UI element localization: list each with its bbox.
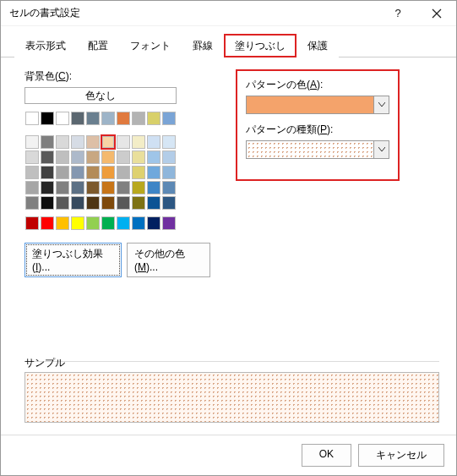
color-swatch[interactable] [55,165,70,180]
dialog-format-cells: セルの書式設定 ? 表示形式 配置 フォント 罫線 塗りつぶし 保護 背景色(C… [0,0,457,476]
color-swatch[interactable] [70,134,85,150]
color-swatch[interactable] [161,165,177,180]
color-swatch[interactable] [55,150,70,165]
sample-label: サンプル [24,356,439,370]
dialog-footer: OK キャンセル [1,435,456,475]
chevron-down-icon[interactable] [374,140,389,159]
color-swatch[interactable] [161,216,177,231]
color-swatch[interactable] [40,150,55,165]
color-swatch[interactable] [131,150,146,165]
pattern-style-dropdown[interactable] [246,140,389,159]
color-swatch[interactable] [116,216,131,231]
color-swatch[interactable] [131,180,146,195]
color-swatch[interactable] [40,180,55,195]
color-swatch[interactable] [24,111,40,126]
color-swatch[interactable] [24,134,40,150]
palette-theme [24,111,177,126]
color-swatch[interactable] [116,111,131,126]
sample-area: サンプル [24,356,439,423]
color-swatch[interactable] [161,150,177,165]
left-column: 背景色(C): 色なし 塗りつぶし効果(I)... その他の色(M)... [24,69,210,277]
color-swatch[interactable] [146,150,161,165]
pattern-section: パターンの色(A): パターンの種類(P): [236,69,400,181]
close-button[interactable] [417,1,456,26]
color-swatch[interactable] [161,195,177,211]
color-swatch[interactable] [131,111,146,126]
color-swatch[interactable] [85,134,101,150]
ok-button[interactable]: OK [302,444,351,467]
color-swatch[interactable] [101,150,116,165]
pattern-style-value [246,140,374,159]
color-swatch[interactable] [116,195,131,211]
color-swatch[interactable] [85,216,101,231]
tab-border[interactable]: 罫線 [182,34,224,57]
pattern-color-dropdown[interactable] [246,96,389,114]
color-swatch[interactable] [24,195,40,211]
color-swatch[interactable] [70,165,85,180]
color-swatch[interactable] [116,150,131,165]
pattern-color-label: パターンの色(A): [246,78,389,92]
color-swatch[interactable] [70,150,85,165]
color-swatch[interactable] [24,165,40,180]
color-swatch[interactable] [101,111,116,126]
color-swatch[interactable] [131,195,146,211]
color-swatch[interactable] [161,180,177,195]
color-swatch[interactable] [116,165,131,180]
color-swatch[interactable] [146,134,161,150]
color-swatch[interactable] [55,111,70,126]
color-swatch[interactable] [85,180,101,195]
tab-number[interactable]: 表示形式 [14,34,77,57]
color-swatch[interactable] [24,216,40,231]
color-swatch[interactable] [161,111,177,126]
color-swatch[interactable] [40,216,55,231]
color-swatch[interactable] [70,111,85,126]
color-swatch[interactable] [55,195,70,211]
color-swatch[interactable] [131,216,146,231]
color-swatch[interactable] [40,165,55,180]
color-swatch[interactable] [70,180,85,195]
color-swatch[interactable] [40,134,55,150]
color-swatch[interactable] [85,150,101,165]
color-swatch[interactable] [146,165,161,180]
color-swatch[interactable] [85,165,101,180]
color-swatch[interactable] [146,195,161,211]
color-swatch[interactable] [24,180,40,195]
more-colors-button[interactable]: その他の色(M)... [127,243,210,277]
bgcolor-label: 背景色(C): [24,69,210,84]
color-swatch[interactable] [146,111,161,126]
color-swatch[interactable] [101,134,116,150]
chevron-down-icon[interactable] [374,96,389,114]
tab-font[interactable]: フォント [119,34,182,57]
tab-alignment[interactable]: 配置 [77,34,119,57]
tab-protection[interactable]: 保護 [297,34,339,57]
color-swatch[interactable] [85,111,101,126]
fill-effects-button[interactable]: 塗りつぶし効果(I)... [24,243,122,277]
color-swatch[interactable] [101,165,116,180]
palette-standard [24,216,177,231]
close-icon [432,8,442,19]
color-swatch[interactable] [116,134,131,150]
color-swatch[interactable] [101,180,116,195]
color-swatch[interactable] [116,180,131,195]
color-swatch[interactable] [131,165,146,180]
color-swatch[interactable] [146,180,161,195]
color-swatch[interactable] [146,216,161,231]
cancel-button[interactable]: キャンセル [358,444,444,467]
color-swatch[interactable] [40,195,55,211]
color-swatch[interactable] [24,150,40,165]
color-swatch[interactable] [161,134,177,150]
no-color-button[interactable]: 色なし [24,87,177,104]
color-swatch[interactable] [131,134,146,150]
tab-fill[interactable]: 塗りつぶし [224,34,297,57]
color-swatch[interactable] [101,195,116,211]
color-swatch[interactable] [40,111,55,126]
tab-bar: 表示形式 配置 フォント 罫線 塗りつぶし 保護 [1,26,456,57]
color-swatch[interactable] [55,180,70,195]
color-swatch[interactable] [101,216,116,231]
help-button[interactable]: ? [378,1,417,26]
color-swatch[interactable] [70,195,85,211]
color-swatch[interactable] [85,195,101,211]
color-swatch[interactable] [55,216,70,231]
color-swatch[interactable] [55,134,70,150]
color-swatch[interactable] [70,216,85,231]
